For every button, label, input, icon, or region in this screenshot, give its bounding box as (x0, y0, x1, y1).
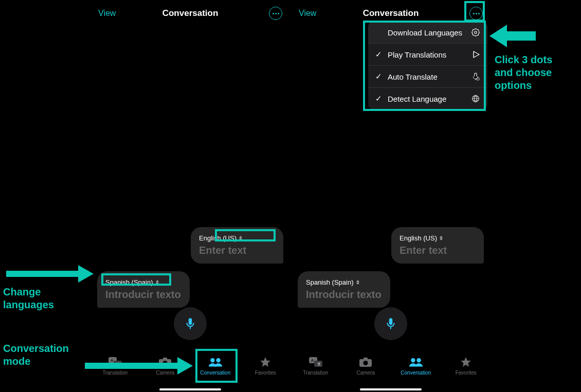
english-bubble[interactable]: English (US) Enter text (191, 227, 283, 264)
more-options-button[interactable] (469, 7, 483, 20)
language-label: English (US) (199, 234, 237, 242)
spanish-placeholder: Introducir texto (105, 289, 181, 301)
spanish-bubble[interactable]: Spanish (Spain) Introducir texto (298, 271, 390, 308)
microphone-icon (184, 317, 197, 330)
english-language-selector[interactable]: English (US) (199, 234, 242, 242)
svg-point-12 (477, 78, 479, 80)
microphone-icon (384, 317, 397, 330)
tab-label: Camera (356, 370, 375, 376)
menu-download-languages[interactable]: Download Languages (368, 22, 487, 43)
spanish-placeholder: Introducir texto (306, 289, 382, 301)
english-language-selector[interactable]: English (US) (400, 234, 443, 242)
tab-label: Conversation (200, 370, 230, 376)
check-icon: ✓ (375, 94, 383, 103)
menu-play-translations[interactable]: ✓Play Translations (368, 43, 487, 65)
tab-label: Conversation (401, 370, 431, 376)
tab-label: Favorites (456, 370, 477, 376)
annotation-click-dots: Click 3 dots and choose options (495, 53, 552, 92)
phone-screen-right: View Conversation Download Languages ✓Pl… (290, 0, 491, 392)
menu-label: Auto Translate (388, 72, 438, 81)
gear-icon (471, 28, 480, 37)
tab-translation[interactable]: A文 Translation (295, 356, 336, 376)
tab-camera[interactable]: Camera (345, 356, 386, 376)
tab-favorites[interactable]: Favorites (445, 356, 486, 376)
menu-auto-translate[interactable]: ✓Auto Translate (368, 65, 487, 87)
screen-title: Conversation (290, 8, 491, 18)
phone-screen-left: View Conversation English (US) Enter tex… (90, 0, 290, 392)
updown-icon (356, 280, 359, 285)
svg-point-22 (411, 358, 415, 362)
conversation-icon (208, 356, 223, 368)
arrow-change-languages (6, 265, 94, 283)
svg-rect-26 (507, 31, 536, 41)
tab-conversation[interactable]: Conversation (395, 356, 437, 376)
svg-point-7 (210, 358, 214, 362)
spanish-bubble[interactable]: Spanish (Spain) Introducir texto (97, 271, 190, 308)
svg-point-10 (475, 31, 477, 34)
star-icon (258, 356, 273, 368)
updown-icon (156, 280, 159, 285)
language-label: Spanish (Spain) (306, 278, 354, 286)
camera-icon (358, 356, 373, 368)
svg-rect-21 (364, 358, 368, 360)
tab-label: Favorites (255, 370, 276, 376)
globe-icon (471, 94, 480, 103)
mic-auto-icon (471, 72, 480, 81)
microphone-button[interactable] (374, 307, 407, 340)
play-icon (472, 50, 480, 59)
tab-favorites[interactable]: Favorites (245, 356, 286, 376)
svg-rect-24 (6, 271, 78, 277)
view-button[interactable]: View (299, 9, 316, 18)
menu-detect-language[interactable]: ✓Detect Language (368, 87, 487, 109)
svg-point-8 (216, 358, 220, 362)
top-bar: View Conversation (290, 4, 491, 23)
svg-text:A: A (311, 358, 314, 363)
spanish-language-selector[interactable]: Spanish (Spain) (105, 278, 159, 286)
svg-point-20 (364, 361, 368, 365)
microphone-button[interactable] (174, 307, 207, 340)
tab-conversation[interactable]: Conversation (195, 356, 236, 376)
tab-label: Translation (303, 370, 328, 376)
arrow-click-dots (489, 25, 536, 47)
menu-label: Detect Language (388, 95, 446, 103)
view-button[interactable]: View (98, 9, 116, 18)
svg-rect-25 (85, 363, 177, 369)
more-options-button[interactable] (269, 7, 282, 20)
home-indicator[interactable] (360, 388, 422, 390)
annotation-conversation-mode: Conversation mode (3, 342, 69, 368)
svg-text:文: 文 (317, 362, 321, 366)
svg-point-23 (416, 358, 421, 362)
top-bar: View Conversation (90, 4, 290, 23)
annotation-change-languages: Change languages (3, 286, 54, 311)
spanish-language-selector[interactable]: Spanish (Spain) (306, 278, 359, 286)
tab-bar: A文 Translation Camera Conversation Favor… (290, 354, 491, 388)
language-label: English (US) (400, 234, 437, 242)
options-menu: Download Languages ✓Play Translations ✓A… (368, 22, 487, 109)
updown-icon (239, 236, 242, 240)
menu-label: Download Languages (388, 28, 462, 37)
home-indicator[interactable] (159, 388, 221, 390)
screen-title: Conversation (90, 8, 290, 18)
english-placeholder: Enter text (400, 245, 476, 256)
language-label: Spanish (Spain) (105, 278, 153, 286)
arrow-conversation-mode (85, 357, 193, 375)
english-placeholder: Enter text (199, 245, 275, 256)
check-icon: ✓ (375, 72, 383, 81)
star-icon (459, 356, 473, 368)
translation-icon: A文 (308, 356, 323, 368)
conversation-icon (409, 356, 423, 368)
english-bubble[interactable]: English (US) Enter text (391, 227, 484, 264)
updown-icon (440, 236, 443, 240)
menu-label: Play Translations (388, 50, 446, 59)
check-icon: ✓ (375, 50, 383, 59)
three-dots-icon (273, 13, 279, 14)
three-dots-icon (473, 13, 480, 14)
